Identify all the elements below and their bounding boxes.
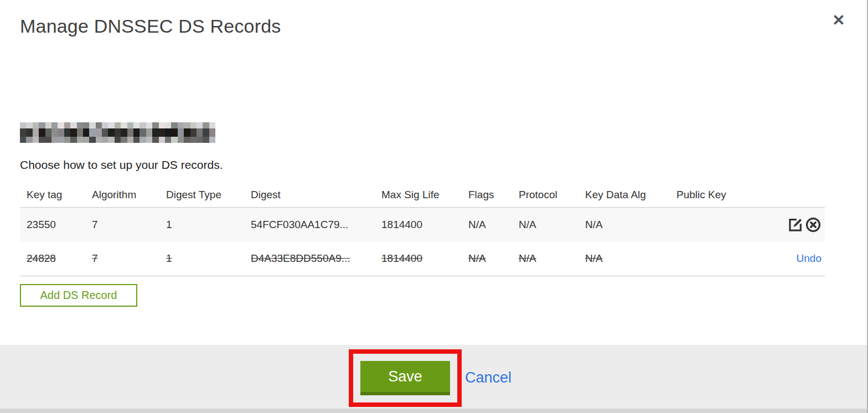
undo-link[interactable]: Undo [797, 252, 822, 265]
column-header: Algorithm [92, 189, 166, 201]
table-cell: 23550 [27, 219, 92, 231]
table-cell: 54FCF030AA1C79... [251, 219, 381, 231]
table-cell: N/A [468, 252, 519, 265]
close-icon[interactable]: ✕ [829, 11, 848, 30]
column-header: Digest [251, 189, 381, 201]
column-header: Key Data Alg [585, 189, 676, 201]
table-cell: 24828 [27, 252, 92, 265]
cancel-link[interactable]: Cancel [465, 369, 512, 386]
redacted-domain-name [20, 122, 216, 143]
page-title: Manage DNSSEC DS Records [20, 16, 281, 37]
ds-records-table: Key tagAlgorithmDigest TypeDigestMax Sig… [20, 183, 825, 276]
row-actions [735, 216, 825, 233]
table-cell: D4A33E8DD550A9... [251, 252, 381, 265]
column-header: Protocol [519, 189, 585, 201]
table-header-row: Key tagAlgorithmDigest TypeDigestMax Sig… [20, 183, 825, 207]
table-cell: 1814400 [381, 219, 468, 231]
annotation-red-box: Save [349, 349, 462, 407]
table-cell: 1 [166, 219, 251, 231]
table-cell: 7 [92, 252, 166, 265]
subtitle-text: Choose how to set up your DS records. [20, 158, 223, 172]
column-header: Public Key [676, 189, 735, 201]
save-button[interactable]: Save [360, 361, 450, 395]
table-row: 2482871D4A33E8DD550A9...1814400N/AN/AN/A… [20, 241, 825, 276]
modal-footer: Save Cancel [0, 345, 867, 413]
row-actions: Undo [735, 252, 825, 265]
delete-record-icon[interactable] [805, 216, 822, 233]
column-header: Flags [468, 189, 519, 201]
table-cell: 7 [92, 219, 166, 231]
edit-record-icon[interactable] [787, 216, 804, 233]
table-cell: 1 [166, 252, 251, 265]
table-cell: N/A [585, 219, 676, 231]
column-header: Digest Type [166, 189, 251, 201]
table-cell: N/A [519, 252, 585, 265]
table-cell: N/A [519, 219, 585, 231]
add-ds-record-button[interactable]: Add DS Record [20, 284, 137, 307]
manage-dnssec-modal: Manage DNSSEC DS Records ✕ Choose how to… [0, 0, 868, 413]
column-header: Key tag [27, 189, 92, 201]
table-cell: 1814400 [381, 252, 468, 265]
table-cell: N/A [585, 252, 676, 265]
table-row: 235507154FCF030AA1C79...1814400N/AN/AN/A [20, 207, 825, 241]
table-cell: N/A [468, 219, 519, 231]
column-header: Max Sig Life [381, 189, 468, 201]
